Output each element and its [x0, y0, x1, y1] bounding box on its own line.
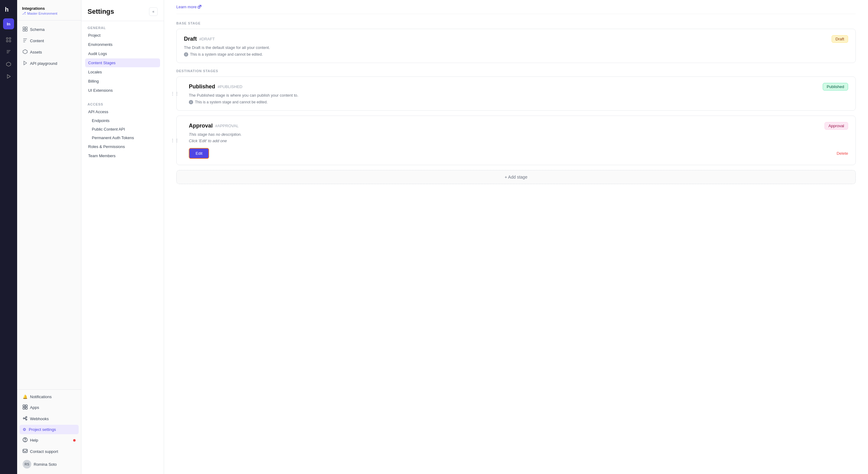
approval-stage-card: ⋮⋮ Approval #APPROVAL Approval This stag… — [176, 115, 856, 165]
svg-rect-14 — [25, 405, 27, 407]
sidebar: Integrations ⎇ Master Environment Schema… — [17, 0, 82, 474]
collapse-button[interactable]: « — [149, 7, 158, 16]
add-stage-button[interactable]: + Add stage — [176, 170, 856, 184]
assets-label: Assets — [30, 50, 42, 55]
draft-description: The Draft is the default stage for all y… — [184, 45, 848, 50]
sidebar-item-schema[interactable]: Schema — [20, 24, 79, 35]
sidebar-item-apps[interactable]: Apps — [20, 402, 79, 413]
schema-icon[interactable] — [3, 34, 14, 45]
svg-rect-13 — [23, 405, 25, 407]
schema-label: Schema — [30, 27, 45, 32]
published-title: Published #PUBLISHED — [189, 83, 242, 90]
sidebar-bottom: 🔔 Notifications Apps Webhooks ⚙ Project … — [17, 389, 81, 474]
svg-marker-6 — [7, 75, 10, 78]
published-stage-card: ⋮⋮ Published #PUBLISHED Published The Pu… — [176, 76, 856, 111]
assets-nav-icon — [23, 49, 28, 55]
draft-card-header: Draft #DRAFT Draft — [184, 35, 848, 43]
sidebar-header: Integrations ⎇ Master Environment — [17, 0, 81, 21]
access-section: ACCESS API Access Endpoints Public Conte… — [82, 98, 164, 163]
env-badge: ⎇ Master Environment — [22, 11, 76, 15]
approval-actions: Edit Delete — [189, 148, 848, 159]
draft-badge: Draft — [832, 35, 848, 43]
svg-rect-9 — [23, 29, 25, 31]
svg-rect-16 — [25, 407, 27, 409]
svg-rect-15 — [23, 407, 25, 409]
user-avatar: RS — [23, 460, 31, 469]
published-drag-handle[interactable]: ⋮⋮ — [170, 91, 179, 96]
svg-rect-4 — [9, 40, 11, 42]
approval-no-desc-line1: This stage has no description. — [189, 132, 848, 137]
sidebar-item-webhooks[interactable]: Webhooks — [20, 413, 79, 424]
schema-nav-icon — [23, 27, 28, 32]
api-nav-icon — [23, 61, 28, 66]
sidebar-item-project-settings[interactable]: ⚙ Project settings — [20, 425, 79, 434]
draft-stage-card: Draft #DRAFT Draft The Draft is the defa… — [176, 29, 856, 63]
content-icon[interactable] — [3, 46, 14, 58]
workspace-name: Integrations — [22, 6, 76, 11]
draft-title: Draft #DRAFT — [184, 36, 215, 42]
svg-rect-2 — [9, 38, 11, 39]
sidebar-item-assets[interactable]: Assets — [20, 47, 79, 58]
notifications-icon: 🔔 — [23, 395, 28, 399]
sidebar-item-api[interactable]: API playground — [20, 58, 79, 69]
base-stage-section-label: BASE STAGE — [176, 22, 856, 25]
published-name: Published — [189, 83, 215, 90]
contact-support-icon — [23, 449, 28, 454]
notifications-label: Notifications — [30, 395, 52, 399]
settings-nav-endpoints[interactable]: Endpoints — [85, 116, 160, 125]
env-icon: ⎇ — [22, 11, 26, 15]
published-info-icon: i — [189, 100, 193, 104]
settings-title: Settings — [88, 8, 114, 15]
settings-nav-ui-extensions[interactable]: UI Extensions — [85, 86, 160, 95]
sidebar-nav: Schema Content Assets API playground — [17, 21, 81, 389]
workspace-button[interactable]: In — [3, 19, 14, 29]
svg-rect-10 — [25, 29, 27, 31]
access-section-label: ACCESS — [85, 102, 160, 106]
approval-drag-handle[interactable]: ⋮⋮ — [170, 138, 179, 143]
webhooks-icon — [23, 416, 28, 422]
sidebar-item-contact-support[interactable]: Contact support — [20, 446, 79, 457]
help-label: Help — [30, 438, 38, 442]
settings-nav-team-members[interactable]: Team Members — [85, 151, 160, 160]
approval-id: #APPROVAL — [215, 124, 239, 128]
project-settings-icon: ⚙ — [23, 427, 26, 432]
settings-nav-billing[interactable]: Billing — [85, 77, 160, 86]
sidebar-item-notifications[interactable]: 🔔 Notifications — [20, 392, 79, 402]
api-icon[interactable] — [3, 71, 14, 82]
sidebar-item-help[interactable]: Help — [20, 435, 79, 446]
assets-icon[interactable] — [3, 59, 14, 70]
svg-rect-3 — [6, 40, 8, 42]
published-system-note: i This is a system stage and cannot be e… — [189, 100, 848, 104]
svg-rect-7 — [23, 27, 25, 29]
published-description: The Published stage is where you can pub… — [189, 93, 848, 98]
general-section: GENERAL Project Environments Audit Logs … — [82, 21, 164, 98]
sidebar-item-user[interactable]: RS Romina Soto — [20, 458, 79, 471]
content-area: Learn more BASE STAGE Draft #DRAFT Draft… — [164, 0, 868, 474]
settings-nav-public-content-api[interactable]: Public Content API — [85, 125, 160, 133]
approval-title: Approval #APPROVAL — [189, 123, 239, 129]
approval-name: Approval — [189, 123, 213, 129]
help-icon — [23, 437, 28, 443]
settings-nav-permanent-auth-tokens[interactable]: Permanent Auth Tokens — [85, 134, 160, 142]
published-id: #PUBLISHED — [218, 84, 242, 89]
apps-icon — [23, 405, 28, 410]
approval-edit-button[interactable]: Edit — [189, 148, 209, 159]
settings-nav-roles-permissions[interactable]: Roles & Permissions — [85, 142, 160, 151]
published-badge: Published — [823, 83, 848, 91]
content-nav-icon — [23, 38, 28, 44]
settings-nav-locales[interactable]: Locales — [85, 68, 160, 76]
api-label: API playground — [30, 61, 57, 66]
settings-nav-content-stages[interactable]: Content Stages — [85, 59, 160, 67]
sidebar-item-content[interactable]: Content — [20, 35, 79, 46]
learn-more-link[interactable]: Learn more — [176, 5, 202, 9]
svg-marker-11 — [23, 49, 27, 54]
settings-nav-environments[interactable]: Environments — [85, 40, 160, 49]
svg-rect-8 — [25, 27, 27, 29]
settings-nav-audit-logs[interactable]: Audit Logs — [85, 49, 160, 58]
settings-nav-project[interactable]: Project — [85, 31, 160, 40]
draft-info-icon: i — [184, 52, 188, 57]
webhooks-label: Webhooks — [30, 416, 49, 421]
app-logo: h — [3, 4, 14, 15]
settings-nav-api-access[interactable]: API Access — [85, 107, 160, 116]
approval-delete-button[interactable]: Delete — [836, 151, 848, 156]
